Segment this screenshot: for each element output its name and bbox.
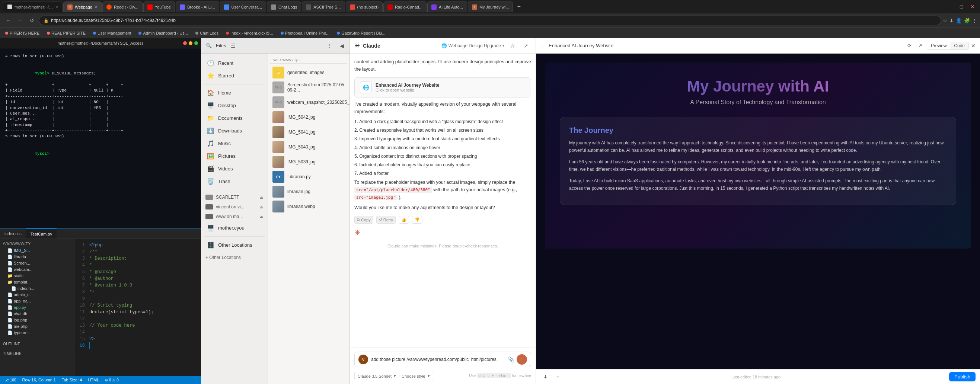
fm-documents[interactable]: 📁 Documents (202, 112, 266, 124)
tab-youtube[interactable]: YouTube (143, 2, 175, 12)
minimize-button[interactable]: ─ (946, 2, 955, 11)
tab-radio[interactable]: Radio-Canad... (383, 2, 426, 12)
star-button[interactable]: ☆ (507, 41, 518, 51)
file-tree-mephp[interactable]: 📄 me.php (0, 323, 74, 330)
tab-journey[interactable]: ✳ My Journey wi... (468, 2, 513, 12)
file-tree-typenre[interactable]: 📄 typenre... (0, 330, 74, 336)
send-button[interactable]: ↑ (517, 354, 527, 365)
file-tree-apppy[interactable]: 📄 app.py (0, 305, 74, 311)
fm-trash[interactable]: 🗑️ Trash (202, 175, 266, 187)
bookmark-admin-dash[interactable]: Admin Dashboard - Us... (136, 30, 190, 36)
footer-upload-button[interactable]: ↑ (553, 372, 563, 382)
artifact-box[interactable]: 🌐 Enhanced AI Journey Website Click to o… (354, 78, 531, 97)
message-input[interactable]: add those picture /var/www/typenread.com… (371, 357, 505, 362)
thumbs-up-button[interactable]: 👍 (399, 216, 409, 224)
footer-download-button[interactable]: ⬇ (541, 372, 550, 382)
bookmark-star-icon[interactable]: ☆ (943, 18, 947, 24)
tab-ascii[interactable]: ASCII Tree S... (302, 2, 345, 12)
artifact-back-button[interactable]: ← (541, 43, 546, 49)
forward-button[interactable]: → (15, 15, 25, 26)
artifact-open-button[interactable]: ↗ (916, 42, 924, 49)
tab-chat-logs[interactable]: Chat Logs (267, 2, 301, 12)
artifact-content[interactable]: My Journey with AI A Personal Story of T… (536, 54, 980, 369)
fm-file-screenshot[interactable]: PNG Screenshot from 2025-02-05 09-2... (270, 80, 347, 95)
preview-tab[interactable]: Preview (927, 42, 951, 49)
fm-file-img5041[interactable]: IMG_5041.jpg (270, 125, 347, 140)
file-tree-appna[interactable]: 📄 app_na... (0, 298, 74, 305)
code-tab[interactable]: Code (950, 42, 969, 49)
drive-eject-vincent[interactable]: ⏏ (260, 205, 263, 209)
fm-drive-scarlett[interactable]: SCARLETT ⏏ (201, 192, 267, 202)
close-button[interactable]: ✕ (968, 2, 977, 11)
tab-user-convo[interactable]: User Conversa... (220, 2, 266, 12)
fm-search-button[interactable]: 🔍 (204, 41, 214, 51)
share-button[interactable]: ↗ (521, 41, 531, 51)
back-button[interactable]: ← (3, 15, 13, 26)
bookmark-gazastrip[interactable]: GazaStrip Resort | Blu... (335, 30, 387, 36)
drive-eject-scarlett[interactable]: ⏏ (260, 195, 263, 200)
paperclip-icon[interactable]: 📎 (508, 357, 514, 362)
thumbs-down-button[interactable]: 👎 (412, 216, 422, 224)
code-editor[interactable]: 1<?php 2/** 3 * Description: 4 * 5 * @pa… (75, 239, 201, 376)
tab-close-terminal[interactable]: ✕ (56, 5, 59, 9)
fm-home[interactable]: 🏠 Home (202, 87, 266, 99)
fm-pictures[interactable]: 🖼️ Pictures (202, 150, 266, 162)
address-input[interactable]: 🔒 https://claude.ai/chat/f9125b06-c9b7-4… (39, 16, 941, 25)
file-tree-static[interactable]: 📁 static (0, 273, 74, 279)
fm-file-webcam[interactable]: PNG webcam_snapshot_20250205_09... (270, 95, 347, 110)
retry-button[interactable]: ↺ Retry (376, 216, 396, 224)
fm-downloads[interactable]: ⬇️ Downloads (202, 125, 266, 137)
fm-menu-button[interactable]: ⋮ (325, 41, 335, 51)
fm-collapse-button[interactable]: ◀ (337, 41, 347, 51)
bookmark-piper-here[interactable]: PIPER IS HERE (3, 30, 42, 36)
publish-button[interactable]: Publish (949, 372, 975, 381)
tab-brooke[interactable]: Brooke - Ai Li... (176, 2, 219, 12)
file-tree-webcam[interactable]: 📄 webcam... (0, 267, 74, 273)
bookmark-user-mgmt[interactable]: User Management (91, 30, 134, 36)
fm-file-img5039[interactable]: IMG_5039.jpg (270, 154, 347, 169)
fm-other-locations[interactable]: 🗄️ Other Locations (202, 239, 266, 251)
new-tab-button[interactable]: + (514, 2, 524, 12)
file-tree-screen[interactable]: 📄 Screen... (0, 260, 74, 267)
menu-icon[interactable]: ⋮ (972, 18, 977, 24)
file-tree-libraria[interactable]: 📄 libraria... (0, 254, 74, 260)
fm-file-librarianjpg[interactable]: librarian.jpg (270, 184, 347, 199)
fm-drive-www[interactable]: www on ma... ⏏ (201, 212, 267, 221)
file-tree-logphp[interactable]: 📄 log.php (0, 317, 74, 323)
bookmark-inbox[interactable]: Inbox - vincent.dlcx@... (224, 30, 275, 36)
fm-file-img5040[interactable]: IMG_5040.jpg (270, 140, 347, 154)
traffic-red[interactable] (183, 41, 187, 45)
tab-reddit[interactable]: Reddit - Div... (102, 2, 143, 12)
tab-index-css[interactable]: index.css (0, 228, 26, 238)
fm-file-librarianpy[interactable]: PY Librarian.py (270, 169, 347, 184)
tab-claude[interactable]: ✳ Webpage ✕ (63, 2, 102, 12)
file-tree-img5[interactable]: 📄 IMG_S... (0, 248, 74, 254)
file-tree-chatdb[interactable]: 📄 chat.db (0, 311, 74, 317)
tab-ai-life[interactable]: Ai Life Auto... (427, 2, 467, 12)
tab-testcam[interactable]: TestCam.py (26, 228, 57, 238)
file-tree-template[interactable]: 📁 templat... (0, 279, 74, 286)
artifact-close-button[interactable]: ✕ (971, 43, 975, 49)
reload-button[interactable]: ↺ (27, 15, 37, 26)
fm-file-generated[interactable]: 📁 generated_images (270, 65, 347, 80)
traffic-yellow[interactable] (189, 41, 192, 45)
fm-mothercyou[interactable]: 🖥️ mother.cyou (202, 222, 266, 234)
copy-button[interactable]: ⧉ Copy (354, 216, 373, 224)
drive-eject-www[interactable]: ⏏ (260, 215, 263, 219)
file-tree-indexh[interactable]: 📄 index.h... (0, 286, 74, 292)
extensions-icon[interactable]: 🧩 (964, 18, 970, 24)
tab-close-claude[interactable]: ✕ (95, 5, 97, 9)
fm-recent[interactable]: 🕐 Recent (202, 57, 266, 69)
artifact-refresh-button[interactable]: ⟳ (905, 42, 914, 49)
fm-file-img5042[interactable]: IMG_5042.jpg (270, 110, 347, 125)
fm-drive-vincent[interactable]: vincent on vi... ⏏ (201, 202, 267, 212)
file-tree-adminc[interactable]: 📄 admin_c... (0, 292, 74, 298)
terminal[interactable]: 4 rows in set (0.00 sec) mysql> DESCRIBE… (0, 48, 201, 228)
tab-terminal[interactable]: ⬜ mother@mother:~/Documents/MYSQL_Access… (3, 2, 62, 12)
bookmark-chat-logs[interactable]: Chat Logs (193, 30, 221, 36)
profile-icon[interactable]: 👤 (956, 18, 962, 24)
fm-view-toggle[interactable]: ☰ (228, 41, 238, 51)
fm-file-librarianwebp[interactable]: librarian.webp (270, 199, 347, 214)
model-selector[interactable]: Claude 3.5 Sonnet ▾ | Choose style ▾ (354, 372, 433, 380)
maximize-button[interactable]: □ (957, 2, 966, 11)
